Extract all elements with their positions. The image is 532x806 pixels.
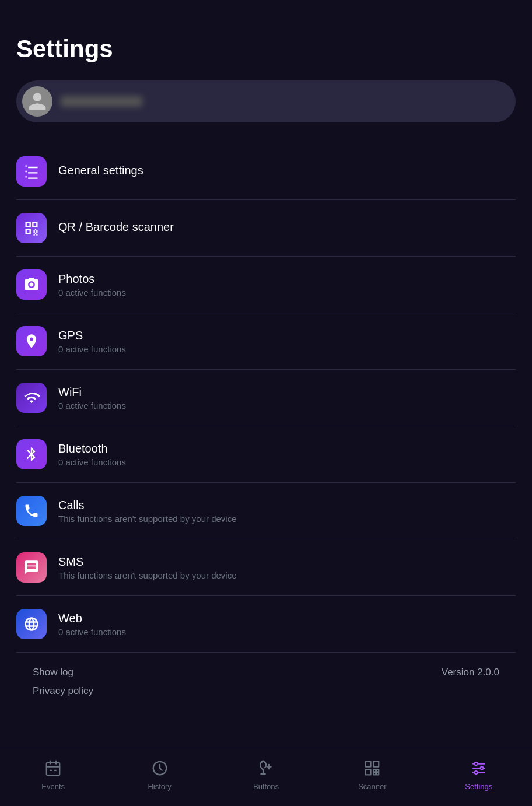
buttons-icon	[256, 758, 276, 779]
version-text: Version 2.0.0	[442, 667, 499, 678]
calls-subtitle: This functions aren't supported by your …	[58, 514, 237, 524]
nav-item-settings[interactable]: Settings	[426, 758, 532, 791]
history-label: History	[148, 782, 171, 791]
general-settings-title: General settings	[58, 164, 144, 177]
events-label: Events	[41, 782, 65, 791]
wifi-text: WiFi 0 active functions	[58, 386, 126, 411]
scanner-icon	[362, 758, 383, 779]
web-title: Web	[58, 612, 126, 625]
phone-icon	[16, 496, 47, 526]
globe-icon	[16, 609, 47, 639]
settings-item-gps[interactable]: GPS 0 active functions	[16, 313, 516, 370]
photos-subtitle: 0 active functions	[58, 288, 126, 297]
calls-text: Calls This functions aren't supported by…	[58, 499, 237, 524]
settings-item-sms[interactable]: SMS This functions aren't supported by y…	[16, 539, 516, 596]
camera-icon	[16, 269, 47, 300]
buttons-label: Buttons	[253, 782, 279, 791]
profile-name	[61, 96, 142, 107]
settings-item-web[interactable]: Web 0 active functions	[16, 596, 516, 653]
events-icon	[43, 758, 64, 779]
sms-icon	[16, 552, 47, 583]
settings-item-wifi[interactable]: WiFi 0 active functions	[16, 370, 516, 426]
footer-links: Show log Version 2.0.0	[16, 653, 516, 678]
svg-rect-11	[374, 770, 376, 772]
settings-list: General settings QR / Barcode scanner	[16, 143, 516, 653]
wifi-icon	[16, 383, 47, 413]
sms-text: SMS This functions aren't supported by y…	[58, 555, 237, 580]
privacy-policy-container: Privacy policy	[16, 678, 516, 704]
photos-text: Photos 0 active functions	[58, 272, 126, 297]
web-text: Web 0 active functions	[58, 612, 126, 637]
general-settings-text: General settings	[58, 164, 144, 179]
settings-nav-icon	[468, 758, 489, 779]
show-log-link[interactable]: Show log	[33, 667, 74, 678]
page-title: Settings	[16, 35, 516, 63]
qr-title: QR / Barcode scanner	[58, 220, 174, 234]
bluetooth-icon	[16, 439, 47, 469]
nav-item-buttons[interactable]: Buttons	[213, 758, 319, 791]
settings-item-photos[interactable]: Photos 0 active functions	[16, 257, 516, 313]
scanner-label: Scanner	[358, 782, 386, 791]
sms-subtitle: This functions aren't supported by your …	[58, 570, 237, 580]
settings-label: Settings	[465, 782, 492, 791]
wifi-title: WiFi	[58, 386, 126, 399]
nav-item-scanner[interactable]: Scanner	[319, 758, 425, 791]
svg-rect-13	[374, 773, 376, 775]
gps-subtitle: 0 active functions	[58, 344, 126, 354]
nav-item-history[interactable]: History	[106, 758, 212, 791]
sliders-icon	[16, 156, 47, 187]
settings-item-calls[interactable]: Calls This functions aren't supported by…	[16, 483, 516, 539]
wifi-subtitle: 0 active functions	[58, 401, 126, 411]
profile-bar[interactable]	[16, 80, 516, 122]
settings-item-bluetooth[interactable]: Bluetooth 0 active functions	[16, 426, 516, 483]
gps-title: GPS	[58, 329, 126, 342]
location-icon	[16, 326, 47, 356]
web-subtitle: 0 active functions	[58, 627, 126, 637]
qr-text: QR / Barcode scanner	[58, 220, 174, 236]
svg-point-7	[268, 766, 270, 768]
bluetooth-subtitle: 0 active functions	[58, 457, 126, 467]
svg-rect-0	[47, 762, 60, 776]
settings-item-qr[interactable]: QR / Barcode scanner	[16, 200, 516, 257]
sms-title: SMS	[58, 555, 237, 569]
qr-icon	[16, 213, 47, 243]
svg-rect-9	[374, 762, 379, 767]
privacy-policy-link[interactable]: Privacy policy	[33, 685, 93, 696]
bluetooth-text: Bluetooth 0 active functions	[58, 442, 126, 467]
bluetooth-title: Bluetooth	[58, 442, 126, 455]
bottom-nav: Events History Buttons	[0, 748, 532, 806]
avatar	[22, 86, 52, 117]
svg-rect-14	[377, 773, 379, 775]
svg-point-19	[480, 767, 483, 770]
svg-point-20	[474, 771, 477, 774]
svg-point-18	[474, 762, 477, 765]
gps-text: GPS 0 active functions	[58, 329, 126, 354]
svg-rect-8	[366, 762, 371, 767]
calls-title: Calls	[58, 499, 237, 512]
svg-rect-12	[377, 770, 379, 772]
photos-title: Photos	[58, 272, 126, 286]
history-icon	[149, 758, 170, 779]
settings-item-general[interactable]: General settings	[16, 143, 516, 200]
nav-item-events[interactable]: Events	[0, 758, 106, 791]
svg-rect-10	[366, 770, 371, 775]
